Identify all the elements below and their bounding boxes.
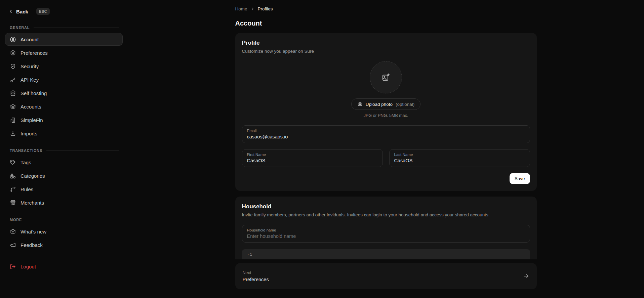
last-name-label: Last Name xyxy=(394,153,525,157)
household-card-title: Household xyxy=(242,203,530,210)
next-target-label: Preferences xyxy=(243,277,269,282)
sidebar-item-whats-new[interactable]: What's new xyxy=(5,225,123,238)
sidebar-item-label: Self hosting xyxy=(21,90,47,96)
sidebar-item-label: Account xyxy=(21,37,39,42)
chevron-left-icon xyxy=(8,9,13,14)
sidebar-item-feedback[interactable]: Feedback xyxy=(5,239,123,251)
sidebar-item-security[interactable]: Security xyxy=(5,60,123,73)
settings-sidebar: Back ESC GENERAL Account Preferences Sec… xyxy=(0,0,128,298)
divider xyxy=(26,220,119,220)
branch-icon xyxy=(10,186,16,193)
profile-card-title: Profile xyxy=(242,40,530,46)
key-icon xyxy=(10,77,16,83)
profile-card: Profile Customize how you appear on Sure… xyxy=(235,33,537,191)
layers-icon xyxy=(10,103,16,110)
next-preferences-card[interactable]: Next Preferences xyxy=(235,263,537,289)
sidebar-item-simplefin[interactable]: SimpleFin xyxy=(5,114,123,126)
shapes-icon xyxy=(10,173,16,179)
first-name-input[interactable] xyxy=(247,158,378,163)
main-content: Home Profiles Account Profile Customize … xyxy=(128,0,644,298)
page-title: Account xyxy=(235,19,537,27)
section-label: MORE xyxy=(10,218,22,222)
store-icon xyxy=(10,200,16,206)
cog-icon xyxy=(10,50,16,56)
back-button[interactable]: Back ESC xyxy=(4,6,124,17)
household-card-description: Invite family members, partners and othe… xyxy=(242,212,530,217)
household-name-field-group: Household name xyxy=(242,225,530,243)
upload-photo-label: Upload photo xyxy=(366,102,393,107)
breadcrumb-home-link[interactable]: Home xyxy=(235,6,247,11)
avatar-upload-target[interactable] xyxy=(370,61,402,93)
email-label: Email xyxy=(247,129,525,133)
section-label: TRANSACTIONS xyxy=(10,148,42,153)
household-card: Household Invite family members, partner… xyxy=(235,197,537,259)
first-name-field-group: First Name xyxy=(242,149,383,167)
next-label: Next xyxy=(243,270,269,275)
upload-optional-label: (optional) xyxy=(396,102,414,107)
sidebar-section-transactions: TRANSACTIONS xyxy=(10,148,122,153)
package-icon xyxy=(10,228,16,235)
tags-icon xyxy=(10,159,16,166)
sidebar-item-label: SimpleFin xyxy=(21,117,43,123)
database-icon xyxy=(10,90,16,96)
sidebar-item-label: Merchants xyxy=(21,200,44,206)
sidebar-item-label: Accounts xyxy=(21,104,41,110)
sidebar-item-label: Preferences xyxy=(21,50,48,56)
sidebar-item-merchants[interactable]: Merchants xyxy=(5,196,123,209)
sidebar-item-label: What's new xyxy=(21,229,46,235)
last-name-field-group: Last Name xyxy=(389,149,530,167)
household-member-row[interactable]: · 1 xyxy=(242,249,530,259)
download-icon xyxy=(10,130,16,137)
section-label: GENERAL xyxy=(10,26,30,30)
sidebar-item-accounts[interactable]: Accounts xyxy=(5,100,123,113)
sidebar-item-label: Categories xyxy=(21,173,45,179)
logout-button[interactable]: Logout xyxy=(5,260,123,273)
sidebar-section-general: GENERAL xyxy=(10,26,122,30)
sidebar-item-api-key[interactable]: API Key xyxy=(5,73,123,86)
esc-key-badge: ESC xyxy=(36,8,50,15)
sidebar-item-preferences[interactable]: Preferences xyxy=(5,46,123,59)
household-name-label: Household name xyxy=(247,228,525,232)
user-circle-icon xyxy=(10,36,16,43)
bank-icon xyxy=(10,117,16,123)
save-button[interactable]: Save xyxy=(510,173,530,184)
sidebar-item-label: Rules xyxy=(21,186,33,192)
sidebar-item-categories[interactable]: Categories xyxy=(5,169,123,182)
image-plus-icon xyxy=(381,73,390,82)
back-label: Back xyxy=(16,9,28,14)
email-input[interactable] xyxy=(247,134,525,139)
chevron-right-icon xyxy=(250,7,255,11)
first-name-label: First Name xyxy=(247,153,378,157)
sidebar-item-label: Security xyxy=(21,63,39,69)
household-name-input[interactable] xyxy=(247,233,525,239)
logout-icon xyxy=(10,263,16,270)
arrow-right-icon xyxy=(523,273,529,280)
sidebar-item-tags[interactable]: Tags xyxy=(5,156,123,169)
sidebar-item-self-hosting[interactable]: Self hosting xyxy=(5,87,123,99)
sidebar-item-label: Imports xyxy=(21,131,37,136)
upload-photo-button[interactable]: Upload photo (optional) xyxy=(351,98,421,110)
sidebar-item-label: Tags xyxy=(21,160,31,165)
megaphone-icon xyxy=(10,242,16,248)
sidebar-item-label: Feedback xyxy=(21,242,43,248)
camera-icon xyxy=(357,101,363,107)
sidebar-section-more: MORE xyxy=(10,218,122,222)
breadcrumb-current: Profiles xyxy=(258,6,273,11)
sidebar-item-account[interactable]: Account xyxy=(5,33,123,46)
shield-check-icon xyxy=(10,63,16,70)
sidebar-item-label: API Key xyxy=(21,77,39,83)
last-name-input[interactable] xyxy=(394,158,525,163)
divider xyxy=(46,151,119,151)
logout-label: Logout xyxy=(21,264,36,269)
sidebar-item-rules[interactable]: Rules xyxy=(5,183,123,196)
divider xyxy=(34,28,119,28)
profile-card-subtitle: Customize how you appear on Sure xyxy=(242,49,530,54)
email-field-group: Email xyxy=(242,125,530,143)
sidebar-item-imports[interactable]: Imports xyxy=(5,127,123,140)
breadcrumb: Home Profiles xyxy=(235,5,537,12)
upload-hint: JPG or PNG. 5MB max. xyxy=(242,113,530,118)
